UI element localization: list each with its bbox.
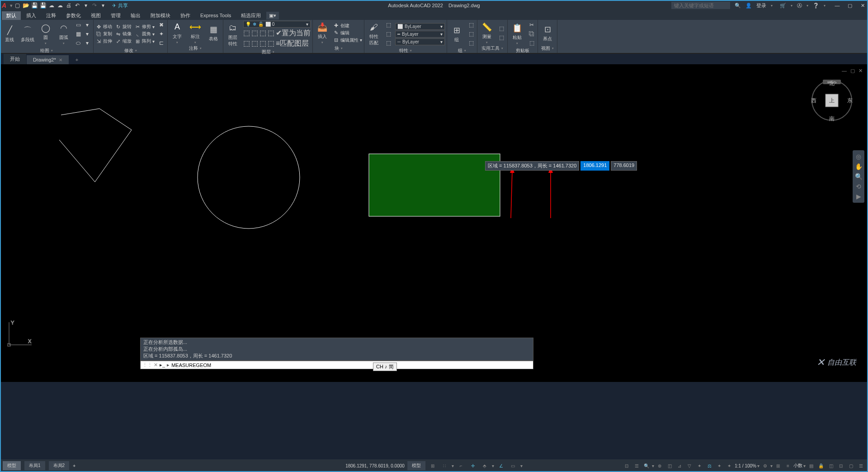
model-tab[interactable]: 模型 [3,461,21,470]
tab-collab[interactable]: 协作 [176,11,195,20]
layout1-tab[interactable]: 布局1 [24,461,45,470]
snap-icon[interactable]: ∷ [440,461,449,470]
units-display[interactable]: 小数 [793,462,802,469]
rect-icon[interactable]: ▭ [74,21,82,29]
qp-icon[interactable]: 🔍 [642,461,651,470]
match-props-button[interactable]: 🖌特性 匹配 [366,22,382,46]
nav-orbit-icon[interactable]: ⟲ [856,183,861,190]
nav-wheel-icon[interactable]: ◎ [856,153,861,160]
tab-overflow-icon[interactable]: ▣▾ [266,12,279,19]
hatch-icon[interactable]: ▦ [74,30,82,38]
annot-vis-icon[interactable]: ✦ [715,461,724,470]
ellipse-icon[interactable]: ⬭ [74,39,82,47]
table-button[interactable]: ▦表格 [206,24,221,42]
search-icon[interactable]: 🔍 [735,3,741,9]
tab-add[interactable]: + [69,55,85,64]
login-button[interactable]: 登录 [756,2,766,9]
annot-monitor-icon[interactable]: ⊞ [774,461,783,470]
nav-zoom-icon[interactable]: 🔍 [855,173,863,180]
undo-icon[interactable]: ↶ [74,2,81,9]
tab-featured[interactable]: 精选应用 [236,11,265,20]
scale-display[interactable]: 1:1 / 100% [735,463,756,468]
insert-button[interactable]: 📥插入▾ [315,22,330,44]
dyn-ucs-icon[interactable]: ⊿ [675,461,684,470]
line-button[interactable]: ╱直线 [2,25,17,43]
explode-icon[interactable]: ✦ [157,30,165,38]
command-line[interactable]: ⋮⋮ ✕ ▸_ ▸ [140,361,533,369]
edit-block-button[interactable]: ✎编辑 [333,30,362,36]
rotate-button[interactable]: ↻旋转 [115,24,132,30]
tpy-icon[interactable]: ☰ [632,461,641,470]
stretch-button[interactable]: ⇲拉伸 [95,38,112,44]
customize-icon[interactable]: ☰ [856,461,865,470]
model-button[interactable]: 模型 [407,461,425,470]
command-input[interactable] [171,362,531,368]
layout2-tab[interactable]: 布局2 [49,461,70,470]
otrack-icon[interactable]: ▭ [509,461,518,470]
edit-attr-button[interactable]: ⊟编辑属性 ▾ [333,37,362,43]
cart-icon[interactable]: 🛒 [780,3,786,9]
osnap-icon[interactable]: ∠ [497,461,506,470]
viewcube[interactable]: 上 北 南 东 西 WCS [809,78,854,123]
tab-drawing[interactable]: Drawing2*✕ [27,55,69,64]
ortho-icon[interactable]: ⌐ [457,461,466,470]
gizmo-icon[interactable]: ✦ [695,461,704,470]
linetype-selector[interactable]: ─ByLayer▾ [395,38,445,45]
ws-icon[interactable]: ⚙ [760,461,769,470]
quick-props-icon[interactable]: ▤ [807,461,816,470]
search-input[interactable] [671,2,730,9]
open-web-icon[interactable]: ☁ [48,2,55,9]
login-dropdown-icon[interactable]: ▾ [771,4,773,8]
lwt-icon[interactable]: ⊡ [622,461,631,470]
canvas-close-icon[interactable]: ✕ [859,68,863,74]
annot-auto-icon[interactable]: ✦ [725,461,734,470]
paste-button[interactable]: 📋粘贴▾ [509,23,525,45]
fillet-button[interactable]: ◟圆角 ▾ [134,31,155,37]
tab-parametric[interactable]: 参数化 [61,11,85,20]
saveas-icon[interactable]: 💾 [39,2,47,9]
nav-showmotion-icon[interactable]: ▶ [856,193,861,200]
mirror-button[interactable]: ⇋镜像 [115,31,132,37]
ime-indicator[interactable]: CH ♪ 简 [373,362,397,371]
copy-button[interactable]: ⿻复制 [95,31,112,37]
units-icon[interactable]: ≡ [783,461,793,470]
sel-filter-icon[interactable]: ▽ [685,461,694,470]
share-button[interactable]: ✈ 共享 [112,2,128,9]
close-icon[interactable]: ✕ [859,3,866,9]
layer-props-button[interactable]: 🗂图层 特性 [225,23,241,47]
save-web-icon[interactable]: ☁ [57,2,64,9]
annot-scale-icon[interactable]: ⚖ [705,461,714,470]
clean-screen-icon[interactable]: ▢ [846,461,855,470]
grid-icon[interactable]: ⊞ [428,461,437,470]
maximize-icon[interactable]: ▢ [846,3,854,9]
minimize-icon[interactable]: — [834,3,841,9]
menu-dropdown-icon[interactable]: ▾ [10,3,13,9]
redo-dropdown-icon[interactable]: ▾ [99,2,107,9]
user-icon[interactable]: 👤 [745,3,752,9]
create-block-button[interactable]: ✚创建 [333,23,362,29]
setcurrent-button[interactable]: ✔置为当前 [276,29,311,38]
canvas-min-icon[interactable]: — [842,68,847,74]
cmd-handle-icon[interactable]: ⋮⋮ ✕ [142,362,158,368]
tab-manage[interactable]: 管理 [106,11,125,20]
tab-annotate[interactable]: 注释 [42,11,61,20]
text-button[interactable]: A文字▾ [170,22,185,44]
layout-add-icon[interactable]: + [73,463,75,468]
3dosnap-icon[interactable]: ◫ [665,461,674,470]
undo-dropdown-icon[interactable]: ▾ [82,2,90,9]
erase-icon[interactable]: ✖ [157,21,165,29]
lineweight-selector[interactable]: ━ByLayer▾ [395,31,445,38]
iso-icon[interactable]: ⬘ [480,461,489,470]
tab-start[interactable]: 开始 [4,54,27,64]
move-button[interactable]: ✥移动 [95,24,112,30]
help-icon[interactable]: ❔ [813,3,819,9]
lock-ui-icon[interactable]: 🔒 [816,461,826,470]
polyline-button[interactable]: ⌒多段线 [20,25,35,43]
new-icon[interactable]: ▢ [14,2,21,9]
nav-pan-icon[interactable]: ✋ [855,163,863,170]
array-button[interactable]: ⊞阵列 ▾ [134,38,155,44]
redo-icon[interactable]: ↷ [91,2,98,9]
sel-cycling-icon[interactable]: ⊕ [655,461,664,470]
tab-close-icon[interactable]: ✕ [59,57,62,62]
canvas-max-icon[interactable]: ▢ [850,68,855,74]
